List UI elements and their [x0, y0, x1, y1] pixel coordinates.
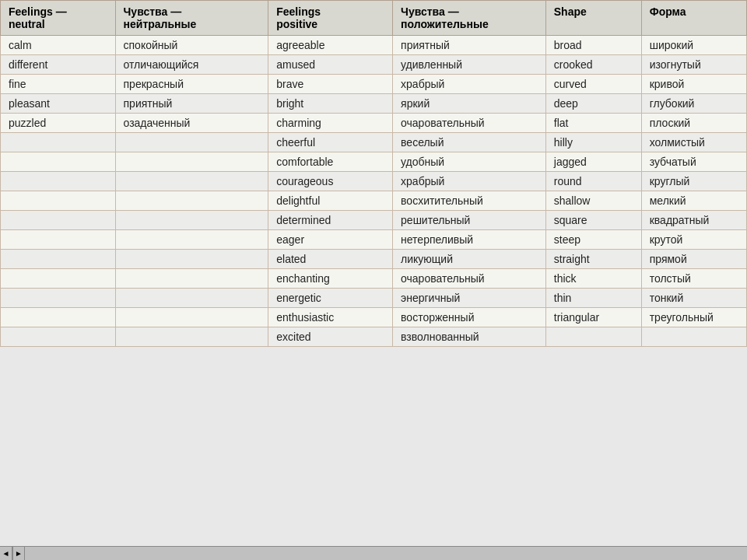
table-cell: round [545, 172, 641, 191]
table-cell: озадаченный [115, 114, 268, 133]
table-cell: fine [1, 75, 116, 94]
col-header-feelings-neutral: Feelings —neutral [1, 1, 116, 36]
table-cell: приятный [115, 94, 268, 114]
table-cell: приятный [393, 36, 546, 55]
table-cell: крутой [641, 230, 746, 250]
table-row: calmспокойныйagreeableприятныйbroadширок… [1, 36, 747, 55]
table-cell: тонкий [641, 289, 746, 308]
table-cell: thick [545, 269, 641, 289]
table-row: differentотличающийсяamusedудивленныйcro… [1, 55, 747, 75]
table-cell [115, 172, 268, 191]
table-cell: amused [268, 55, 393, 75]
table-cell: curved [545, 75, 641, 94]
table-cell: круглый [641, 172, 746, 191]
table-cell [1, 230, 116, 250]
table-cell: решительный [393, 211, 546, 230]
table-cell: cheerful [268, 133, 393, 152]
table-row: fineпрекрасныйbraveхрабрыйcurvedкривой [1, 75, 747, 94]
page-wrapper: Feelings —neutral Чувства —нейтральные F… [0, 0, 747, 560]
table-row: puzzledозадаченныйcharmingочаровательный… [1, 114, 747, 133]
table-cell [1, 211, 116, 230]
table-cell: thin [545, 289, 641, 308]
table-cell: steep [545, 230, 641, 250]
table-cell: elated [268, 250, 393, 269]
table-cell [115, 327, 268, 347]
table-cell [115, 308, 268, 327]
table-container[interactable]: Feelings —neutral Чувства —нейтральные F… [0, 0, 747, 546]
table-cell: agreeable [268, 36, 393, 55]
table-body: calmспокойныйagreeableприятныйbroadширок… [1, 36, 747, 347]
table-cell: отличающийся [115, 55, 268, 75]
table-cell: energetic [268, 289, 393, 308]
table-cell: hilly [545, 133, 641, 152]
table-row: courageousхрабрыйroundкруглый [1, 172, 747, 191]
table-cell: зубчатый [641, 152, 746, 172]
table-cell [115, 191, 268, 211]
table-cell [115, 211, 268, 230]
table-cell: очаровательный [393, 269, 546, 289]
table-cell: треугольный [641, 308, 746, 327]
table-cell: энергичный [393, 289, 546, 308]
table-cell [1, 289, 116, 308]
table-row: enchantingочаровательныйthickтолстый [1, 269, 747, 289]
table-cell: courageous [268, 172, 393, 191]
table-row: energeticэнергичныйthinтонкий [1, 289, 747, 308]
col-header-feelings-positive: Feelingspositive [268, 1, 393, 36]
table-cell: enthusiastic [268, 308, 393, 327]
scroll-right-arrow[interactable]: ► [12, 547, 25, 561]
table-cell: delightful [268, 191, 393, 211]
table-cell: charming [268, 114, 393, 133]
table-cell [115, 250, 268, 269]
table-cell: determined [268, 211, 393, 230]
table-cell [115, 133, 268, 152]
table-cell: shallow [545, 191, 641, 211]
table-cell: взволнованный [393, 327, 546, 347]
table-cell: bright [268, 94, 393, 114]
bottom-bar: ◄ ► [0, 546, 747, 560]
table-cell: храбрый [393, 75, 546, 94]
table-row: eagerнетерпеливыйsteepкрутой [1, 230, 747, 250]
table-row: delightfulвосхитительныйshallowмелкий [1, 191, 747, 211]
table-row: pleasantприятныйbrightяркийdeepглубокий [1, 94, 747, 114]
table-cell [1, 308, 116, 327]
table-cell: плоский [641, 114, 746, 133]
table-cell: толстый [641, 269, 746, 289]
table-cell: удивленный [393, 55, 546, 75]
table-cell [545, 327, 641, 347]
table-cell: flat [545, 114, 641, 133]
table-cell: спокойный [115, 36, 268, 55]
table-cell: восхитительный [393, 191, 546, 211]
table-cell: удобный [393, 152, 546, 172]
table-cell [115, 289, 268, 308]
table-cell: храбрый [393, 172, 546, 191]
table-cell: triangular [545, 308, 641, 327]
table-cell [1, 327, 116, 347]
col-header-shape: Shape [545, 1, 641, 36]
table-cell: прекрасный [115, 75, 268, 94]
scroll-left-arrow[interactable]: ◄ [0, 547, 12, 561]
table-row: cheerfulвеселыйhillyхолмистый [1, 133, 747, 152]
table-row: excitedвзволнованный [1, 327, 747, 347]
table-cell: квадратный [641, 211, 746, 230]
table-cell: изогнутый [641, 55, 746, 75]
table-cell: straight [545, 250, 641, 269]
table-cell [1, 250, 116, 269]
table-row: determinedрешительныйsquareквадратный [1, 211, 747, 230]
table-cell: холмистый [641, 133, 746, 152]
table-cell: different [1, 55, 116, 75]
table-cell: calm [1, 36, 116, 55]
table-cell [115, 269, 268, 289]
table-cell: crooked [545, 55, 641, 75]
table-cell: глубокий [641, 94, 746, 114]
table-cell [1, 133, 116, 152]
table-cell: мелкий [641, 191, 746, 211]
table-cell: broad [545, 36, 641, 55]
table-cell: веселый [393, 133, 546, 152]
table-cell: pleasant [1, 94, 116, 114]
col-header-chuvstva-neutral: Чувства —нейтральные [115, 1, 268, 36]
table-cell: нетерпеливый [393, 230, 546, 250]
table-cell [641, 327, 746, 347]
table-cell: ликующий [393, 250, 546, 269]
table-cell: eager [268, 230, 393, 250]
table-cell: очаровательный [393, 114, 546, 133]
